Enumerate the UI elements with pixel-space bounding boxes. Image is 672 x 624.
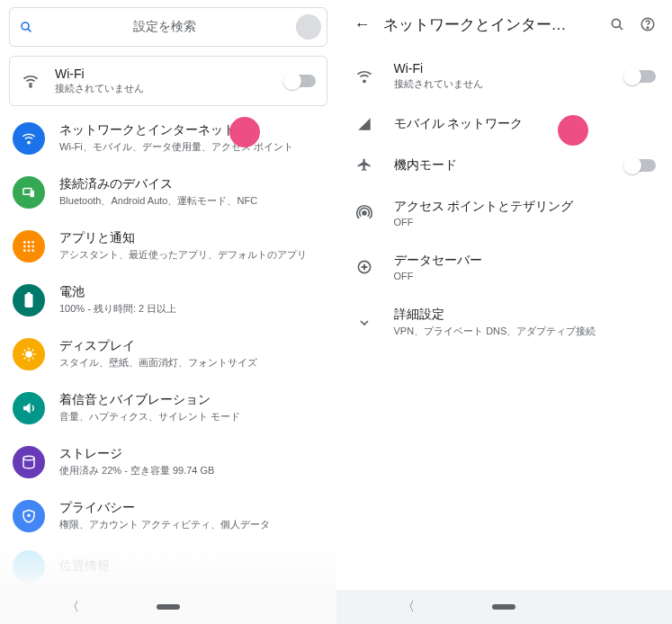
system-nav: 〈 (0, 590, 336, 624)
svg-rect-16 (27, 292, 31, 295)
settings-root-screen: 設定を検索 Wi-Fi 接続されていません ネットワークとインターネットWi-F… (0, 0, 336, 624)
search-icon (19, 20, 33, 34)
settings-list: ネットワークとインターネットWi-Fi、モバイル、データ使用量、アクセス ポイン… (0, 111, 336, 543)
wifi-icon (13, 122, 45, 155)
svg-point-14 (31, 249, 34, 252)
devices-icon (13, 176, 45, 209)
search-icon[interactable] (602, 11, 632, 38)
wifi-subtitle: 接続されていません (55, 82, 285, 95)
wifi-toggle[interactable] (625, 70, 656, 83)
data-saver-icon (353, 258, 376, 276)
svg-point-7 (28, 241, 31, 244)
nav-home-pill[interactable] (157, 604, 180, 610)
hotspot-icon (353, 204, 376, 222)
nav-back-icon[interactable]: 〈 (67, 599, 79, 615)
battery-icon (13, 284, 45, 316)
row-advanced[interactable]: 詳細設定VPN、プライベート DNS、アダプティブ接続 (336, 294, 673, 351)
svg-line-21 (619, 26, 623, 30)
wifi-icon (21, 72, 40, 90)
wifi-icon (353, 67, 376, 85)
signal-icon (353, 116, 376, 132)
item-network[interactable]: ネットワークとインターネットWi-Fi、モバイル、データ使用量、アクセス ポイン… (0, 111, 336, 165)
search-bar[interactable]: 設定を検索 (9, 7, 327, 47)
item-battery[interactable]: 電池100% - 残り時間: 2 日以上 (0, 273, 336, 327)
storage-icon (13, 446, 45, 478)
svg-line-1 (28, 29, 31, 31)
item-sound[interactable]: 着信音とバイブレーション音量、ハプティクス、サイレント モード (0, 381, 336, 435)
avatar[interactable] (296, 14, 321, 40)
item-connected-devices[interactable]: 接続済みのデバイスBluetooth、Android Auto、運転モード、NF… (0, 165, 336, 219)
row-airplane[interactable]: 機内モード (336, 145, 673, 186)
svg-point-3 (28, 141, 30, 143)
svg-point-8 (31, 241, 34, 244)
item-apps[interactable]: アプリと通知アシスタント、最近使ったアプリ、デフォルトのアプリ (0, 219, 336, 273)
svg-point-0 (22, 22, 29, 30)
item-privacy[interactable]: プライバシー権限、アカウント アクティビティ、個人データ (0, 489, 336, 543)
row-hotspot[interactable]: アクセス ポイントとテザリングOFF (336, 186, 673, 240)
svg-rect-15 (25, 294, 33, 308)
svg-point-12 (23, 249, 26, 252)
search-placeholder: 設定を検索 (33, 19, 296, 35)
svg-point-9 (23, 245, 26, 248)
svg-rect-5 (31, 191, 35, 198)
system-nav: 〈 (336, 590, 673, 624)
network-settings-screen: ← ネットワークとインター… Wi-Fi接続されていません モバイル ネットワー… (336, 0, 673, 624)
svg-point-24 (363, 80, 364, 82)
nav-back-icon[interactable]: 〈 (402, 599, 415, 615)
airplane-icon (353, 157, 376, 174)
apps-icon (13, 230, 45, 263)
app-bar: ← ネットワークとインター… (336, 0, 673, 49)
svg-point-19 (27, 514, 30, 517)
svg-point-25 (363, 211, 366, 215)
svg-point-6 (23, 241, 26, 244)
screen-title: ネットワークとインター… (378, 14, 603, 35)
help-icon[interactable] (632, 11, 663, 38)
row-wifi[interactable]: Wi-Fi接続されていません (336, 49, 673, 103)
svg-point-18 (23, 456, 34, 460)
back-button[interactable]: ← (347, 10, 378, 40)
svg-point-11 (31, 245, 34, 248)
sound-icon (13, 392, 45, 424)
wifi-title: Wi-Fi (55, 67, 285, 81)
svg-point-2 (30, 85, 31, 87)
wifi-quick-card[interactable]: Wi-Fi 接続されていません (9, 56, 327, 106)
svg-point-13 (28, 249, 31, 252)
svg-point-10 (28, 245, 31, 248)
display-icon (13, 338, 45, 370)
svg-point-20 (612, 19, 620, 27)
chevron-down-icon (353, 316, 376, 330)
airplane-toggle[interactable] (625, 159, 656, 172)
privacy-icon (13, 500, 45, 532)
nav-home-pill[interactable] (492, 604, 515, 610)
item-display[interactable]: ディスプレイスタイル、壁紙、画面消灯、フォントサイズ (0, 327, 336, 381)
row-data-saver[interactable]: データセーバーOFF (336, 240, 673, 294)
row-mobile-network[interactable]: モバイル ネットワーク (336, 103, 673, 145)
item-location-ghost: 位置情報 (13, 550, 110, 583)
svg-point-23 (647, 27, 649, 29)
wifi-toggle[interactable] (285, 75, 316, 87)
svg-point-17 (26, 352, 31, 357)
item-storage[interactable]: ストレージ使用済み 22% - 空き容量 99.74 GB (0, 435, 336, 489)
